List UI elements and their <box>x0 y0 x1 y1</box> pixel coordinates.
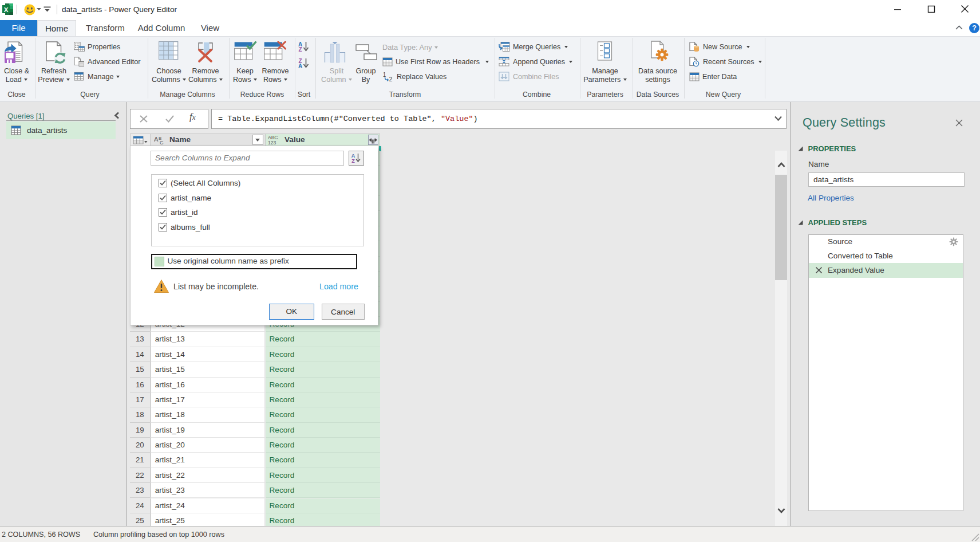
svg-text:X: X <box>4 6 9 13</box>
svg-text:2: 2 <box>389 76 393 82</box>
svg-text:C: C <box>160 140 164 146</box>
svg-text:1: 1 <box>383 72 386 78</box>
svg-text:A: A <box>298 63 302 69</box>
svg-text:?: ? <box>972 24 977 32</box>
svg-text:Z: Z <box>298 46 302 52</box>
svg-text:A: A <box>351 153 355 159</box>
svg-text:123: 123 <box>268 140 276 145</box>
svg-text:A: A <box>154 136 159 143</box>
svg-text:Z: Z <box>351 158 355 163</box>
